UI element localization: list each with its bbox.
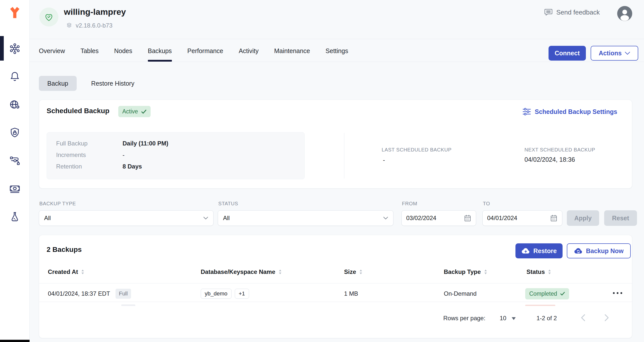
- sliders-icon: [522, 108, 531, 116]
- tabbar-divider: [30, 62, 644, 62]
- rows-per-page-label: Rows per page:: [443, 315, 485, 322]
- sidebar-item-integrations[interactable]: [0, 152, 29, 170]
- column-header-status[interactable]: Status: [526, 268, 552, 275]
- last-scheduled-backup-value: -: [383, 156, 385, 164]
- sort-icon: [547, 269, 552, 275]
- sort-icon: [359, 269, 363, 275]
- backup-type-filter-label: BACKUP TYPE: [39, 201, 76, 207]
- pagination-range: 1-2 of 2: [536, 315, 557, 322]
- yugabyte-logo-icon: [8, 6, 22, 20]
- to-date-label: TO: [483, 201, 490, 207]
- scheduled-status-badge: Active: [118, 106, 151, 117]
- sidebar-item-billing[interactable]: [0, 180, 29, 198]
- app-root: willing-lamprey v2.18.6.0-b73 Send feedb…: [0, 0, 644, 342]
- cluster-tabbar: Overview Tables Nodes Backups Performanc…: [39, 40, 348, 62]
- column-header-keyspace[interactable]: Database/Keyspace Name: [201, 268, 282, 275]
- to-date-input[interactable]: 04/01/2024: [482, 210, 562, 226]
- subtab-backup[interactable]: Backup: [39, 76, 77, 91]
- column-header-backup-type[interactable]: Backup Type: [444, 268, 488, 275]
- sidebar-item-network[interactable]: [0, 96, 29, 114]
- cluster-version: v2.18.6.0-b73: [66, 22, 113, 29]
- caret-down-icon[interactable]: [512, 317, 516, 320]
- row-backup-type: On-Demand: [444, 286, 477, 301]
- check-icon: [141, 109, 147, 114]
- heart-check-icon: [44, 12, 54, 22]
- security-icon: [9, 127, 21, 139]
- billing-icon: [9, 183, 21, 195]
- sidebar-item-universes[interactable]: [0, 40, 29, 58]
- status-badge: Completed: [525, 288, 569, 299]
- from-date-input[interactable]: 03/02/2024: [401, 210, 476, 226]
- integrations-icon: [9, 155, 21, 167]
- tab-overview[interactable]: Overview: [39, 40, 65, 62]
- backup-now-button[interactable]: Backup Now: [567, 243, 631, 258]
- tab-tables[interactable]: Tables: [80, 40, 98, 62]
- scheduled-status-label: Active: [122, 108, 138, 115]
- network-settings-icon: [9, 98, 21, 111]
- schedule-row-full-backup: Full Backup Daily (11:00 PM): [56, 140, 168, 147]
- cloud-refresh-icon: [574, 247, 583, 254]
- keyspace-chip: yb_demo: [201, 289, 232, 299]
- keyspace-more-chip[interactable]: +1: [235, 289, 249, 299]
- tab-settings[interactable]: Settings: [326, 40, 348, 62]
- page-next-icon[interactable]: [603, 313, 610, 322]
- backup-now-label: Backup Now: [586, 247, 623, 255]
- connect-button[interactable]: Connect: [549, 46, 586, 61]
- feedback-icon: [544, 8, 553, 17]
- sidebar-item-alerts[interactable]: [0, 67, 29, 85]
- calendar-icon: [550, 214, 558, 222]
- user-avatar[interactable]: [617, 6, 632, 21]
- to-date-value: 04/01/2024: [487, 215, 550, 222]
- row-size: 1 MB: [344, 286, 358, 301]
- chevron-down-icon: [383, 217, 388, 220]
- restore-label: Restore: [533, 247, 557, 255]
- tab-nodes[interactable]: Nodes: [114, 40, 132, 62]
- column-label: Database/Keyspace Name: [201, 268, 275, 275]
- row-actions-menu[interactable]: [613, 292, 622, 294]
- row-created-at: 04/01/2024, 18:37 EDT Full: [48, 286, 131, 301]
- sidebar-item-labs[interactable]: [0, 208, 29, 226]
- reset-button[interactable]: Reset: [604, 210, 637, 226]
- restore-button[interactable]: Restore: [515, 243, 563, 258]
- tab-performance[interactable]: Performance: [187, 40, 223, 62]
- version-label: v2.18.6.0-b73: [76, 22, 113, 29]
- subtab-backup-label: Backup: [47, 80, 68, 87]
- created-at-value: 04/01/2024, 18:37 EDT: [48, 290, 110, 297]
- sort-icon: [483, 269, 488, 275]
- chevron-down-icon: [203, 217, 208, 220]
- labs-icon: [9, 211, 21, 223]
- subtab-restore-history[interactable]: Restore History: [83, 76, 143, 91]
- backups-count-title: 2 Backups: [47, 246, 82, 254]
- sidebar-item-security[interactable]: [0, 124, 29, 142]
- tab-maintenance[interactable]: Maintenance: [274, 40, 310, 62]
- tab-backups[interactable]: Backups: [148, 40, 172, 62]
- column-header-size[interactable]: Size: [344, 268, 363, 275]
- column-header-created-at[interactable]: Created At: [48, 268, 85, 275]
- chevron-down-icon: [625, 52, 630, 55]
- status-select[interactable]: All: [218, 210, 393, 226]
- cluster-health-badge: [39, 8, 58, 27]
- schedule-row-increments: Increments -: [56, 151, 125, 158]
- backup-type-select[interactable]: All: [39, 210, 213, 226]
- page-prev-icon[interactable]: [580, 313, 586, 322]
- scheduled-backup-card: Scheduled Backup Active Scheduled Backup…: [39, 100, 632, 189]
- column-label: Status: [526, 268, 545, 275]
- schedule-row-label: Retention: [56, 163, 123, 170]
- actions-button[interactable]: Actions: [591, 46, 638, 61]
- bottom-edge-artifact: [0, 340, 30, 342]
- partial-row-status-badge: [525, 305, 555, 306]
- send-feedback-button[interactable]: Send feedback: [544, 8, 600, 17]
- apply-button[interactable]: Apply: [567, 210, 599, 226]
- schedule-row-label: Increments: [56, 151, 123, 158]
- schedule-summary-box: Full Backup Daily (11:00 PM) Increments …: [47, 132, 305, 179]
- backup-type-value: All: [44, 215, 203, 222]
- scheduled-backup-settings-link[interactable]: Scheduled Backup Settings: [522, 108, 617, 116]
- tab-activity[interactable]: Activity: [239, 40, 259, 62]
- sort-icon: [278, 269, 282, 275]
- universes-icon: [9, 43, 21, 55]
- rows-per-page-select[interactable]: 10: [500, 315, 506, 322]
- column-label: Created At: [48, 268, 78, 275]
- layers-icon: [66, 22, 73, 29]
- send-feedback-label: Send feedback: [556, 9, 600, 16]
- yugabyte-logo[interactable]: [8, 6, 22, 21]
